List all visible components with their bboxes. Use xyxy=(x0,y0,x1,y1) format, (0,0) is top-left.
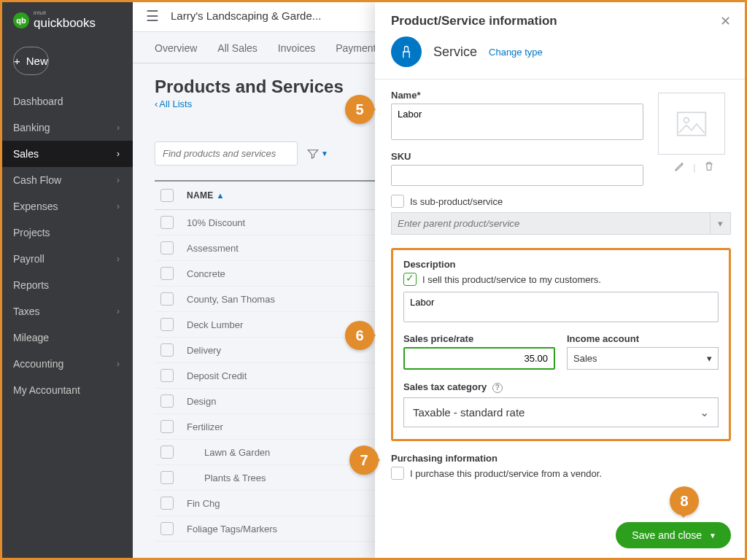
hamburger-icon[interactable]: ☰ xyxy=(146,7,159,25)
chevron-down-icon: ⌄ xyxy=(700,405,709,419)
svg-point-1 xyxy=(684,117,689,122)
row-checkbox[interactable] xyxy=(160,216,174,229)
row-checkbox[interactable] xyxy=(160,522,174,535)
row-checkbox[interactable] xyxy=(160,292,174,306)
qb-logo-icon: qb xyxy=(13,12,29,28)
nav-item-sales[interactable]: Sales› xyxy=(0,141,133,167)
row-name: Fin Chg xyxy=(187,498,220,509)
nav-item-my-accountant[interactable]: My Accountant xyxy=(0,377,133,403)
chevron-right-icon: › xyxy=(117,149,120,159)
row-name: Concrete xyxy=(187,268,225,279)
row-checkbox[interactable] xyxy=(160,241,174,254)
row-name: Design xyxy=(187,396,216,407)
description-label: Description xyxy=(403,259,719,270)
search-input[interactable] xyxy=(155,141,298,166)
purchase-checkbox[interactable] xyxy=(391,467,404,480)
name-column-header[interactable]: NAME xyxy=(187,190,214,201)
chevron-right-icon: › xyxy=(117,201,120,211)
description-input[interactable] xyxy=(403,292,719,322)
edit-image-icon[interactable] xyxy=(674,160,686,174)
sales-rate-input[interactable] xyxy=(403,347,555,370)
income-account-select[interactable]: Sales ▾ xyxy=(567,347,719,370)
panel-header: Product/Service information ✕ xyxy=(375,0,747,36)
tab-overview[interactable]: Overview xyxy=(155,42,197,63)
name-input[interactable] xyxy=(391,104,643,140)
nav-item-reports[interactable]: Reports xyxy=(0,272,133,298)
all-lists-link[interactable]: ‹ All Lists xyxy=(155,98,192,109)
tab-all-sales[interactable]: All Sales xyxy=(217,42,257,63)
type-row: Service Change type xyxy=(375,36,747,79)
sell-label: I sell this product/service to my custom… xyxy=(422,274,601,285)
income-account-value: Sales xyxy=(573,353,597,364)
purchasing-section: Purchasing information I purchase this p… xyxy=(391,453,731,480)
row-checkbox[interactable] xyxy=(160,446,174,459)
panel-title: Product/Service information xyxy=(391,14,557,28)
row-checkbox[interactable] xyxy=(160,369,174,382)
callout-6: 6 xyxy=(345,321,374,350)
purchase-checkbox-label: I purchase this product/service from a v… xyxy=(410,468,602,479)
nav-item-projects[interactable]: Projects xyxy=(0,219,133,246)
row-checkbox[interactable] xyxy=(160,318,174,331)
income-account-label: Income account xyxy=(567,333,719,344)
nav-item-cash-flow[interactable]: Cash Flow› xyxy=(0,167,133,193)
sub-product-checkbox[interactable] xyxy=(391,195,404,208)
nav-item-accounting[interactable]: Accounting› xyxy=(0,351,133,377)
chevron-down-icon[interactable]: ▼ xyxy=(709,532,716,540)
tax-category-label: Sales tax category ? xyxy=(403,381,719,393)
new-button[interactable]: + New xyxy=(13,47,49,75)
intuit-text: intuit xyxy=(34,10,96,16)
image-placeholder[interactable] xyxy=(658,93,725,155)
description-section-highlight: Description I sell this product/service … xyxy=(391,248,731,441)
row-checkbox[interactable] xyxy=(160,471,174,484)
tab-invoices[interactable]: Invoices xyxy=(278,42,315,63)
chevron-right-icon: › xyxy=(117,306,120,316)
chevron-right-icon: › xyxy=(117,359,120,369)
nav-item-payroll[interactable]: Payroll› xyxy=(0,246,133,272)
rate-label: Sales price/rate xyxy=(403,333,555,344)
nav-item-mileage[interactable]: Mileage xyxy=(0,324,133,351)
callout-8: 8 xyxy=(670,486,699,516)
row-checkbox[interactable] xyxy=(160,267,174,280)
svg-rect-0 xyxy=(678,112,706,136)
sub-product-row: Is sub-product/service xyxy=(391,195,731,208)
save-and-close-button[interactable]: Save and close ▼ xyxy=(616,522,731,548)
row-name: Plants & Trees xyxy=(187,472,266,483)
plus-icon: + xyxy=(14,55,20,67)
sku-label: SKU xyxy=(391,151,643,162)
chevron-down-icon: ▾ xyxy=(707,353,712,364)
help-icon[interactable]: ? xyxy=(492,383,503,393)
row-checkbox[interactable] xyxy=(160,343,174,357)
select-all-checkbox[interactable] xyxy=(160,189,174,202)
row-checkbox[interactable] xyxy=(160,394,174,408)
nav-item-banking[interactable]: Banking› xyxy=(0,114,133,141)
change-type-link[interactable]: Change type xyxy=(489,47,543,58)
row-checkbox[interactable] xyxy=(160,497,174,510)
filter-button[interactable]: ▼ xyxy=(306,147,328,160)
nav-item-taxes[interactable]: Taxes› xyxy=(0,298,133,324)
image-icon xyxy=(676,111,707,137)
product-service-panel: Product/Service information ✕ Service Ch… xyxy=(375,0,747,560)
delete-image-icon[interactable] xyxy=(703,160,715,174)
purchasing-label: Purchasing information xyxy=(391,453,731,464)
nav-item-expenses[interactable]: Expenses› xyxy=(0,193,133,219)
nav-item-dashboard[interactable]: Dashboard xyxy=(0,88,133,114)
save-button-label: Save and close xyxy=(632,529,702,541)
chevron-left-icon: ‹ xyxy=(155,98,158,109)
callout-5: 5 xyxy=(345,95,374,124)
close-icon[interactable]: ✕ xyxy=(720,13,731,29)
sell-checkbox[interactable] xyxy=(403,273,417,286)
callout-7: 7 xyxy=(349,446,379,475)
row-checkbox[interactable] xyxy=(160,420,174,433)
sku-input[interactable] xyxy=(391,165,643,186)
chevron-down-icon: ▾ xyxy=(711,212,731,235)
tax-category-select[interactable]: Taxable - standard rate ⌄ xyxy=(403,397,719,427)
chevron-right-icon: › xyxy=(117,254,120,264)
funnel-icon xyxy=(306,147,320,160)
row-name: County, San Thomas xyxy=(187,294,275,305)
company-name[interactable]: Larry's Landscaping & Garde... xyxy=(171,9,321,22)
row-name: Foliage Tags/Markers xyxy=(187,524,277,534)
all-lists-label: All Lists xyxy=(159,98,192,109)
parent-product-select: ▾ xyxy=(391,212,731,235)
chevron-right-icon: › xyxy=(117,175,120,185)
parent-product-input xyxy=(391,212,711,235)
